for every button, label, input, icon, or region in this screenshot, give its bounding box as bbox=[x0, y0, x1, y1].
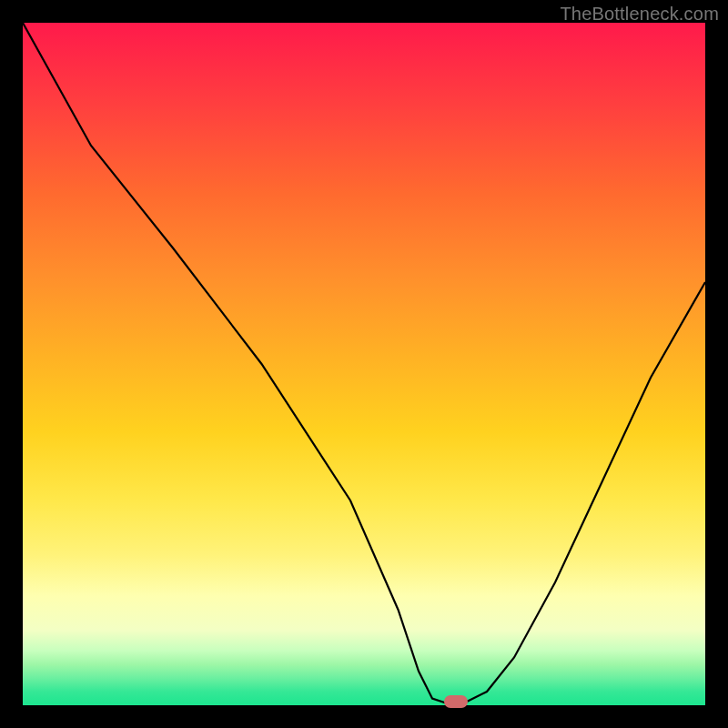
bottleneck-curve-path bbox=[23, 23, 705, 705]
watermark-text: TheBottleneck.com bbox=[560, 4, 719, 25]
curve-svg bbox=[23, 23, 705, 705]
optimal-marker bbox=[444, 695, 468, 708]
plot-area bbox=[23, 23, 705, 705]
chart-container: TheBottleneck.com bbox=[0, 0, 728, 728]
